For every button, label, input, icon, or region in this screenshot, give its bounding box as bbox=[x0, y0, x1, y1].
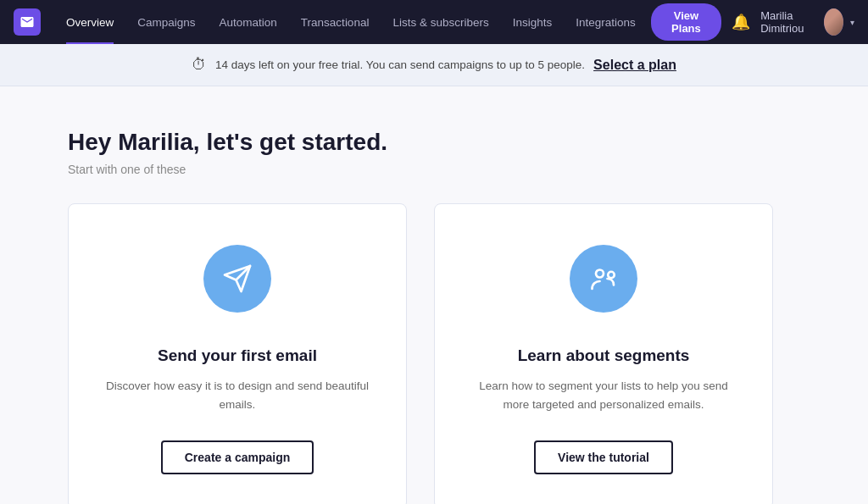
send-email-title: Send your first email bbox=[158, 346, 317, 365]
cards-container: Send your first email Discover how easy … bbox=[68, 203, 800, 504]
top-navigation: Overview Campaigns Automation Transactio… bbox=[0, 0, 868, 44]
user-menu[interactable]: Marilia Dimitriou ▾ bbox=[760, 8, 854, 36]
send-email-icon-circle bbox=[203, 245, 271, 313]
send-email-card: Send your first email Discover how easy … bbox=[68, 203, 407, 504]
nav-item-integrations[interactable]: Integrations bbox=[564, 0, 648, 44]
select-plan-link[interactable]: Select a plan bbox=[593, 58, 676, 73]
bell-icon[interactable]: 🔔 bbox=[732, 13, 750, 31]
svg-point-2 bbox=[596, 270, 604, 278]
segments-title: Learn about segments bbox=[518, 346, 690, 365]
clock-icon: ⏱ bbox=[192, 56, 207, 74]
svg-point-3 bbox=[608, 272, 615, 279]
subtitle-text: Start with one of these bbox=[68, 163, 800, 176]
send-email-description: Discover how easy it is to design and se… bbox=[103, 377, 372, 413]
nav-item-insights[interactable]: Insights bbox=[501, 0, 565, 44]
nav-right-section: View Plans 🔔 Marilia Dimitriou ▾ bbox=[651, 3, 854, 41]
avatar bbox=[824, 8, 843, 36]
nav-item-transactional[interactable]: Transactional bbox=[289, 0, 381, 44]
nav-item-automation[interactable]: Automation bbox=[208, 0, 289, 44]
nav-item-campaigns[interactable]: Campaigns bbox=[125, 0, 207, 44]
view-tutorial-button[interactable]: View the tutorial bbox=[534, 440, 673, 474]
nav-item-lists-subscribers[interactable]: Lists & subscribers bbox=[381, 0, 500, 44]
trial-banner: ⏱ 14 days left on your free trial. You c… bbox=[0, 44, 868, 86]
chevron-down-icon: ▾ bbox=[850, 18, 854, 27]
segments-icon-circle bbox=[570, 245, 637, 313]
user-name-label: Marilia Dimitriou bbox=[760, 9, 817, 35]
segments-description: Learn how to segment your lists to help … bbox=[469, 377, 738, 413]
create-campaign-button[interactable]: Create a campaign bbox=[161, 440, 314, 474]
view-plans-button[interactable]: View Plans bbox=[651, 3, 721, 41]
nav-items-list: Overview Campaigns Automation Transactio… bbox=[54, 0, 648, 44]
segments-card: Learn about segments Learn how to segmen… bbox=[434, 203, 773, 504]
main-content: Hey Marilia, let's get started. Start wi… bbox=[0, 86, 868, 504]
greeting-heading: Hey Marilia, let's get started. bbox=[68, 129, 800, 156]
trial-message: 14 days left on your free trial. You can… bbox=[215, 58, 585, 71]
logo bbox=[14, 8, 41, 36]
nav-item-overview[interactable]: Overview bbox=[54, 0, 125, 44]
